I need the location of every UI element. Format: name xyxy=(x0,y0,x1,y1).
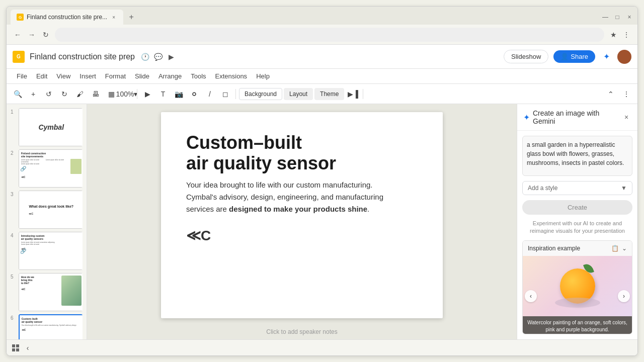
slide-4-content: Introducing customair quality sensors Lo… xyxy=(21,234,82,250)
shape-button[interactable]: ⭘ xyxy=(187,87,201,101)
speaker-notes[interactable]: Click to add speaker notes xyxy=(266,328,337,335)
gemini-prompt-textarea[interactable]: a small garden in a hyperrealistic glass… xyxy=(522,136,632,176)
tab-title: Finland construction site pre... xyxy=(27,14,107,21)
chat-icon[interactable]: 💬 xyxy=(153,52,163,62)
tab-close-button[interactable]: × xyxy=(110,14,117,21)
slide-6-title: Custom–builtair quality sensor xyxy=(22,317,81,323)
slide-3-title: What does great look like? xyxy=(29,205,73,208)
undo-button[interactable]: ↻ xyxy=(57,87,71,101)
slide-3-logo: ≪C xyxy=(29,212,73,215)
menu-tools[interactable]: Tools xyxy=(187,71,210,81)
collapse-panel-icon[interactable]: ‹ xyxy=(23,343,33,353)
back-button[interactable]: ← xyxy=(13,30,23,40)
minimize-button[interactable]: — xyxy=(601,13,609,21)
transitions-button[interactable]: ▶▐ xyxy=(346,87,360,101)
app-header: G Finland construction site prep 🕐 💬 ▶ S… xyxy=(7,45,637,69)
menu-format[interactable]: Format xyxy=(101,71,130,81)
slide-num-3: 3 xyxy=(11,191,17,197)
gemini-close-button[interactable]: × xyxy=(621,112,631,122)
slide-4-title: Introducing customair quality sensors xyxy=(21,234,82,240)
slide-canvas[interactable]: Custom–built air quality sensor Your ide… xyxy=(161,112,443,318)
app-title: Finland construction site prep xyxy=(30,52,135,61)
svg-rect-1 xyxy=(16,344,19,347)
inspiration-header: Inspiration example 📋 ⌄ xyxy=(523,241,632,256)
add-button[interactable]: + xyxy=(26,87,40,101)
history-icon[interactable]: 🕐 xyxy=(140,52,150,62)
toolbar-separator-1 xyxy=(137,89,137,99)
slide-thumbnail-5[interactable]: How do webring thisto life? ≪C xyxy=(19,273,83,311)
background-button[interactable]: Background xyxy=(239,88,282,100)
slide-2-content: Finland constructionsite improvements Lo… xyxy=(21,152,82,178)
gemini-style-label: Add a style xyxy=(528,185,557,192)
redo-button[interactable]: ↺ xyxy=(42,87,56,101)
format-toolbar: 🔍 + ↺ ↻ 🖌 🖶 ▦ 100%▾ ▶ T 📷 ⭘ / ◻ Backgrou… xyxy=(7,84,637,104)
share-button[interactable]: 👤 Share xyxy=(553,50,595,63)
gemini-hint-text: Experiment with our AI to create and rei… xyxy=(522,220,632,235)
collapse-button[interactable]: ⌃ xyxy=(604,87,618,101)
menu-view[interactable]: View xyxy=(52,71,74,81)
forward-button[interactable]: → xyxy=(27,30,37,40)
user-avatar[interactable] xyxy=(617,50,631,64)
theme-button[interactable]: Theme xyxy=(314,88,344,100)
url-input[interactable] xyxy=(55,28,604,42)
slide-num-1: 1 xyxy=(11,108,17,115)
slide-thumb-row-3: 3 What does great look like? ≪C xyxy=(11,191,83,229)
share-label: Share xyxy=(571,53,588,60)
gemini-style-selector[interactable]: Add a style ▼ xyxy=(522,181,632,195)
line-button[interactable]: / xyxy=(203,87,217,101)
slide-thumbnail-4[interactable]: Introducing customair quality sensors Lo… xyxy=(19,232,83,270)
menu-help[interactable]: Help xyxy=(252,71,274,81)
cursor-button[interactable]: ▶ xyxy=(140,87,154,101)
grid-view-icon[interactable] xyxy=(11,343,21,353)
present-icon[interactable]: ▶ xyxy=(166,52,176,62)
new-tab-button[interactable]: + xyxy=(125,11,137,23)
gemini-title: Create an image with Gemini xyxy=(533,109,618,125)
menu-extensions[interactable]: Extensions xyxy=(211,71,252,81)
menu-edit[interactable]: Edit xyxy=(32,71,51,81)
slide-thumbnail-6[interactable]: Custom–builtair quality sensor Your idea… xyxy=(19,314,83,339)
gemini-panel: ✦ Create an image with Gemini × a small … xyxy=(517,104,637,339)
slide-thumbnail-2[interactable]: Finland constructionsite improvements Lo… xyxy=(19,149,83,188)
menu-file[interactable]: File xyxy=(13,71,31,81)
more-button[interactable]: ◻ xyxy=(218,87,232,101)
menu-arrange[interactable]: Arrange xyxy=(154,71,186,81)
more-tools-button[interactable]: ⋮ xyxy=(619,87,633,101)
menu-slide[interactable]: Slide xyxy=(131,71,153,81)
gemini-body: a small garden in a hyperrealistic glass… xyxy=(517,131,637,339)
browser-toolbar-icons: ★ ⋮ xyxy=(608,30,631,40)
image-button[interactable]: 📷 xyxy=(172,87,186,101)
more-icon[interactable]: ⋮ xyxy=(621,30,631,40)
zoom-in-button[interactable]: 🔍 xyxy=(11,87,25,101)
inspiration-caption: Watercolor painting of an orange, soft c… xyxy=(523,316,632,334)
slide-3-content: What does great look like? ≪C xyxy=(29,205,73,215)
inspiration-prev-button[interactable]: ‹ xyxy=(525,290,537,302)
create-button[interactable]: Create xyxy=(522,200,632,215)
slide-thumb-row-2: 2 Finland constructionsite improvements … xyxy=(11,149,83,188)
slide-title-line2: air quality sensor xyxy=(186,153,336,173)
slide-thumbnail-3[interactable]: What does great look like? ≪C xyxy=(19,191,83,229)
bookmark-icon[interactable]: ★ xyxy=(608,30,618,40)
paint-button[interactable]: 🖌 xyxy=(73,87,87,101)
address-bar: ← → ↻ ★ ⋮ xyxy=(7,25,637,45)
menu-insert[interactable]: Insert xyxy=(75,71,100,81)
slide-title: Custom–built air quality sensor xyxy=(186,132,418,174)
textbox-button[interactable]: T xyxy=(156,87,170,101)
gemini-star-icon[interactable]: ✦ xyxy=(600,51,612,63)
slideshow-button[interactable]: Slideshow xyxy=(504,50,548,63)
print-button[interactable]: 🖶 xyxy=(89,87,103,101)
layout-button[interactable]: Layout xyxy=(284,88,313,100)
inspiration-next-button[interactable]: › xyxy=(618,290,630,302)
maximize-button[interactable]: □ xyxy=(613,13,621,21)
share-icon: 👤 xyxy=(560,53,569,60)
copy-icon[interactable]: 📋 xyxy=(611,245,619,252)
refresh-button[interactable]: ↻ xyxy=(41,30,51,40)
collapse-icon[interactable]: ⌄ xyxy=(622,245,627,252)
zoom-level[interactable]: 100%▾ xyxy=(120,87,134,101)
browser-window: G Finland construction site pre... × + —… xyxy=(6,6,638,356)
main-area: 1 Cymbal 2 Finland constructionsite impr… xyxy=(7,104,637,339)
slide-thumbnail-1[interactable]: Cymbal xyxy=(19,108,83,146)
active-tab[interactable]: G Finland construction site pre... × xyxy=(11,10,123,25)
window-controls: — □ × xyxy=(601,13,633,21)
bottom-bar: ‹ xyxy=(7,339,637,355)
close-button[interactable]: × xyxy=(625,13,633,21)
